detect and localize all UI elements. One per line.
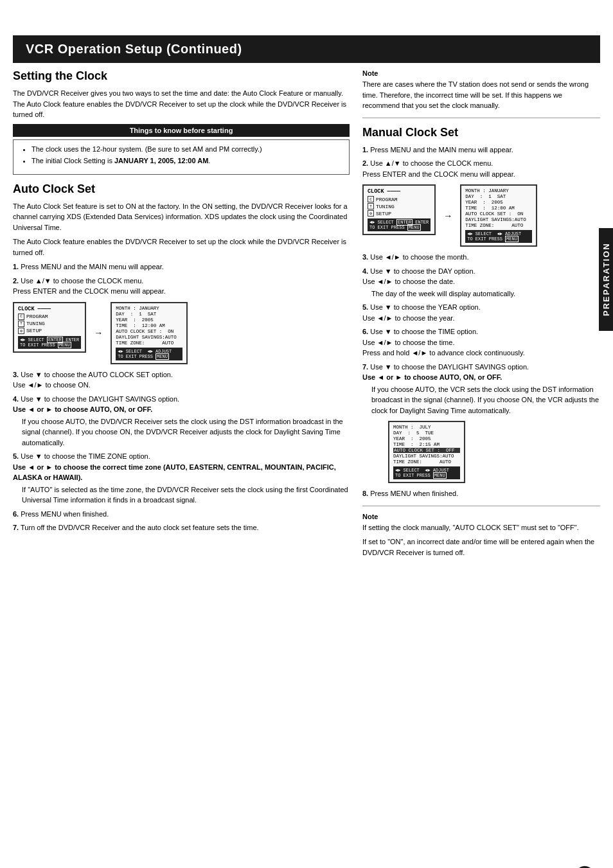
preparation-tab: PREPARATION <box>599 228 613 331</box>
screen-arrow-1: → <box>94 328 103 338</box>
main-content: Setting the Clock The DVD/VCR Receiver g… <box>0 63 613 577</box>
manual-step-5: 5. Use ▼ to choose the YEAR option.Use ◄… <box>362 302 600 323</box>
info-box-title: Things to know before starting <box>13 124 350 137</box>
page-container: VCR Operation Setup (Continued) PREPARAT… <box>0 35 613 868</box>
info-item-1: The clock uses the 12-hour system. (Be s… <box>31 144 342 155</box>
icon-tuning-2: T <box>368 203 374 209</box>
manual-step-3: 3. Use ◄/► to choose the month. <box>362 252 600 263</box>
info-list: The clock uses the 12-hour system. (Be s… <box>20 144 342 166</box>
divider-2 <box>362 506 600 506</box>
manual-step-1: 1. Press MENU and the MAIN menu will app… <box>362 145 600 155</box>
step-4: 4. Use ▼ to choose the DAYLIGHT SAVINGS … <box>13 394 350 448</box>
bottom-note-text2: If set to "ON", an incorrect date and/or… <box>362 536 600 558</box>
screen-bottom-right-1: ◄► SELECT ◄► ADJUSTTO EXIT PRESS MENU <box>116 348 182 360</box>
intro-text: The DVD/VCR Receiver gives you two ways … <box>13 88 350 120</box>
highlighted-row: AUTO CLOCK SET : OFF <box>393 448 460 453</box>
page-header: VCR Operation Setup (Continued) <box>13 35 600 63</box>
step-2-num: 2. <box>13 277 19 285</box>
setting-clock-title: Setting the Clock <box>13 69 350 83</box>
screen-mockup-2: CLOCK ———— C PROGRAM T TUNING ⚙ SETUP ◄►… <box>362 184 600 247</box>
icon-tuning: T <box>18 321 24 327</box>
step-5: 5. Use ▼ to choose the TIME ZONE option.… <box>13 451 350 506</box>
divider-1 <box>362 118 600 118</box>
info-box: Things to know before starting The clock… <box>13 124 350 175</box>
step-7: 7. Turn off the DVD/VCR Receiver and the… <box>13 522 350 533</box>
step-1-text: Press MENU and the MAIN menu will appear… <box>21 263 164 270</box>
screen-right-2: MONTH : JANUARY DAY : 1 SAT YEAR : 2005 … <box>460 184 537 247</box>
manual-step-8: 8. Press MENU when finished. <box>362 488 600 499</box>
screen-arrow-2: → <box>443 211 452 221</box>
step-3: 3. Use ▼ to choose the AUTO CLOCK SET op… <box>13 369 350 391</box>
screen-mockup-1: CLOCK ———— C PROGRAM T TUNING ⚙ SETUP ◄►… <box>13 302 350 364</box>
manual-step-7: 7. Use ▼ to choose the DAYLIGHT SAVINGS … <box>362 362 600 416</box>
auto-clock-intro: The Auto Clock Set feature is set to ON … <box>13 201 350 233</box>
screen-right-1: MONTH : JANUARY DAY : 1 SAT YEAR : 2005 … <box>111 302 188 364</box>
page-title: VCR Operation Setup (Continued) <box>26 42 242 56</box>
screen-bottom-right-2: ◄► SELECT ◄► ADJUSTTO EXIT PRESS MENU <box>465 230 532 243</box>
step-2: 2. Use ▲/▼ to choose the CLOCK menu.Pres… <box>13 276 350 297</box>
top-note: Note There are cases where the TV statio… <box>362 69 600 111</box>
top-note-text: There are cases where the TV station doe… <box>362 79 600 111</box>
icon-setup: ⚙ <box>18 328 24 334</box>
step-1-num: 1. <box>13 263 19 270</box>
manual-clock-title: Manual Clock Set <box>362 126 600 139</box>
screen-bottom-2: ◄► SELECT ENTER ENTERTO EXIT PRESS MENU <box>368 218 431 231</box>
screen-bottom-july: ◄► SELECT ◄► ADJUSTTO EXIT PRESS MENU <box>393 466 460 479</box>
screen-bottom-1: ◄► SELECT ENTER ENTERTO EXIT PRESS MENU <box>18 336 81 349</box>
screen-left-2: CLOCK ———— C PROGRAM T TUNING ⚙ SETUP ◄►… <box>362 184 436 235</box>
step-2-text: Use ▲/▼ to choose the CLOCK menu.Press E… <box>13 277 166 296</box>
left-column: Setting the Clock The DVD/VCR Receiver g… <box>13 69 350 564</box>
screen-mockup-3: MONTH : JULY DAY : 5 TUE YEAR : 2005 TIM… <box>362 421 600 483</box>
screen-july: MONTH : JULY DAY : 5 TUE YEAR : 2005 TIM… <box>388 421 465 483</box>
manual-step-4: 4. Use ▼ to choose the DAY option.Use ◄/… <box>362 266 600 299</box>
manual-step-2: 2. Use ▲/▼ to choose the CLOCK menu.Pres… <box>362 158 600 179</box>
screen-left-1: CLOCK ———— C PROGRAM T TUNING ⚙ SETUP ◄►… <box>13 302 86 353</box>
info-item-2: The initial Clock Setting is JANUARY 1, … <box>31 155 342 166</box>
bottom-note: Note If setting the clock manually, "AUT… <box>362 513 600 558</box>
icon-program: C <box>18 314 24 320</box>
right-column: Note There are cases where the TV statio… <box>362 69 600 564</box>
info-box-content: The clock uses the 12-hour system. (Be s… <box>13 139 350 175</box>
icon-program-2: C <box>368 196 374 202</box>
bottom-note-text1: If setting the clock manually, "AUTO CLO… <box>362 522 600 533</box>
icon-setup-2: ⚙ <box>368 210 374 217</box>
step-6: 6. Press MENU when finished. <box>13 509 350 520</box>
manual-step-6: 6. Use ▼ to choose the TIME option.Use ◄… <box>362 326 600 359</box>
bottom-note-title: Note <box>362 513 600 520</box>
auto-clock-title: Auto Clock Set <box>13 182 350 196</box>
step-1: 1. Press MENU and the MAIN menu will app… <box>13 261 350 272</box>
top-note-title: Note <box>362 69 600 77</box>
auto-clock-intro2: The Auto Clock feature enables the DVD/V… <box>13 236 350 258</box>
